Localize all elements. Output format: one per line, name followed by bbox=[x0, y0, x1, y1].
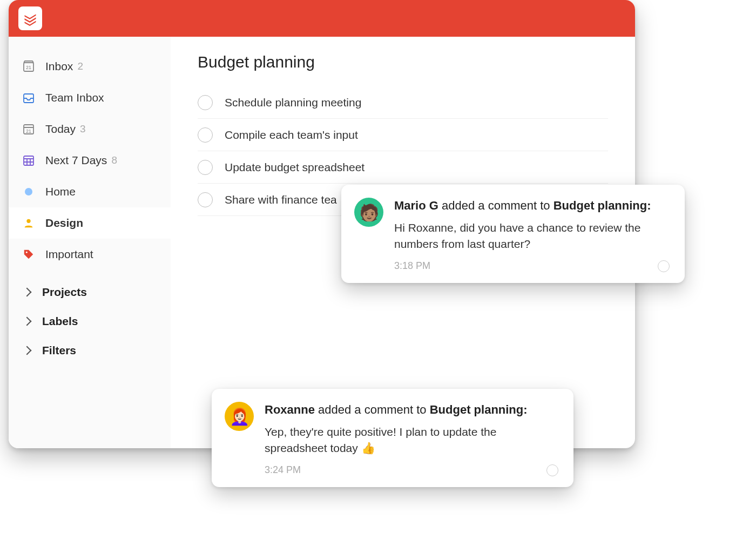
chevron-right-icon bbox=[23, 288, 32, 297]
sidebar-item-label: Design bbox=[45, 217, 83, 230]
svg-text:21: 21 bbox=[26, 129, 31, 134]
svg-point-7 bbox=[26, 252, 28, 253]
notification-author: Mario G bbox=[394, 199, 438, 212]
mark-read-radio[interactable] bbox=[658, 260, 670, 272]
sidebar-item-label: Today bbox=[45, 123, 76, 136]
calendar-week-icon bbox=[22, 153, 36, 167]
sidebar-item-label: Inbox bbox=[45, 60, 73, 73]
sidebar-item-count: 8 bbox=[111, 154, 117, 166]
notification-time: 3:18 PM bbox=[394, 260, 430, 272]
sidebar-item-home[interactable]: Home bbox=[9, 176, 171, 207]
sidebar-section-labels[interactable]: Labels bbox=[9, 307, 171, 336]
sidebar-item-important[interactable]: Important bbox=[9, 239, 171, 270]
task-label: Compile each team's input bbox=[225, 129, 358, 141]
inbox-icon: 21 bbox=[22, 59, 36, 73]
project-title: Budget planning bbox=[198, 53, 608, 71]
notification-target: Budget planning: bbox=[554, 199, 651, 212]
tag-icon bbox=[22, 247, 36, 261]
sidebar-section-label: Labels bbox=[42, 315, 78, 328]
sidebar-section-filters[interactable]: Filters bbox=[9, 336, 171, 365]
sidebar-item-today[interactable]: 21 Today 3 bbox=[9, 113, 171, 145]
sidebar-item-label: Next 7 Days bbox=[45, 154, 107, 167]
avatar: 👩🏻‍🦰 bbox=[225, 402, 254, 431]
task-label: Schedule planning meeting bbox=[225, 96, 361, 109]
task-label: Share with finance tea bbox=[225, 193, 337, 206]
task-label: Update budget spreadsheet bbox=[225, 161, 364, 174]
chevron-right-icon bbox=[23, 346, 32, 355]
svg-point-6 bbox=[26, 219, 30, 223]
task-row[interactable]: Compile each team's input bbox=[198, 119, 608, 151]
sidebar-section-projects[interactable]: Projects bbox=[9, 278, 171, 307]
task-checkbox[interactable] bbox=[198, 95, 213, 110]
todoist-logo-icon bbox=[23, 11, 38, 26]
sidebar-item-team-inbox[interactable]: Team Inbox bbox=[9, 82, 171, 113]
app-logo[interactable] bbox=[18, 6, 42, 30]
today-icon: 21 bbox=[22, 122, 36, 136]
notification-card[interactable]: 👩🏻‍🦰 Roxanne added a comment to Budget p… bbox=[212, 389, 573, 487]
sidebar: 21 Inbox 2 Team Inbox 21 Today 3 bbox=[9, 37, 171, 448]
sidebar-item-label: Team Inbox bbox=[45, 91, 104, 104]
team-inbox-icon bbox=[22, 91, 36, 105]
task-row[interactable]: Schedule planning meeting bbox=[198, 86, 608, 119]
sidebar-item-label: Important bbox=[45, 248, 93, 261]
notification-body: Mario G added a comment to Budget planni… bbox=[394, 198, 670, 272]
sidebar-section-label: Filters bbox=[42, 344, 76, 357]
sidebar-item-label: Home bbox=[45, 185, 76, 198]
notification-title: Roxanne added a comment to Budget planni… bbox=[265, 402, 558, 419]
task-checkbox[interactable] bbox=[198, 160, 213, 175]
notification-message: Hi Roxanne, did you have a chance to rev… bbox=[394, 220, 670, 253]
chevron-right-icon bbox=[23, 317, 32, 326]
sidebar-item-inbox[interactable]: 21 Inbox 2 bbox=[9, 51, 171, 82]
svg-rect-5 bbox=[24, 156, 33, 165]
sidebar-item-count: 2 bbox=[77, 60, 83, 72]
notification-author: Roxanne bbox=[265, 403, 315, 416]
sidebar-section-label: Projects bbox=[42, 286, 87, 299]
notification-title: Mario G added a comment to Budget planni… bbox=[394, 198, 670, 214]
mark-read-radio[interactable] bbox=[546, 464, 558, 476]
person-icon bbox=[22, 216, 36, 230]
sidebar-item-count: 3 bbox=[80, 123, 86, 135]
svg-text:21: 21 bbox=[26, 65, 31, 70]
project-color-icon bbox=[22, 185, 36, 199]
notification-target: Budget planning: bbox=[430, 403, 528, 416]
notification-message: Yep, they're quite positive! I plan to u… bbox=[265, 424, 558, 457]
task-row[interactable]: Update budget spreadsheet bbox=[198, 151, 608, 184]
notification-action: added a comment to bbox=[315, 403, 430, 416]
avatar: 🧑🏽 bbox=[354, 198, 383, 227]
app-header bbox=[9, 0, 635, 37]
task-checkbox[interactable] bbox=[198, 127, 213, 143]
notification-card[interactable]: 🧑🏽 Mario G added a comment to Budget pla… bbox=[341, 185, 685, 283]
notification-body: Roxanne added a comment to Budget planni… bbox=[265, 402, 558, 476]
sidebar-item-design[interactable]: Design bbox=[9, 207, 171, 239]
notification-time: 3:24 PM bbox=[265, 464, 301, 476]
sidebar-item-next7days[interactable]: Next 7 Days 8 bbox=[9, 145, 171, 176]
notification-action: added a comment to bbox=[438, 199, 554, 212]
task-checkbox[interactable] bbox=[198, 192, 213, 207]
